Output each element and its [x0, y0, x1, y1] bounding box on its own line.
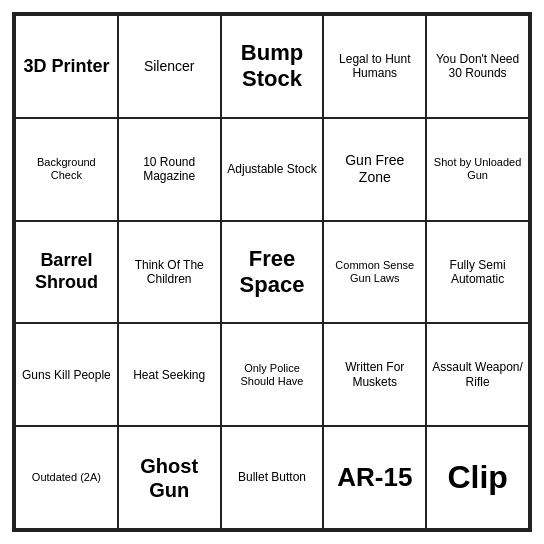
cell-text-c13: Gun Free Zone [328, 152, 421, 186]
bingo-card: 3D PrinterSilencerBump StockLegal to Hun… [12, 12, 532, 532]
bingo-cell-c14: Shot by Unloaded Gun [426, 118, 529, 221]
cell-text-c04: You Don't Need 30 Rounds [431, 52, 524, 81]
cell-text-c33: Written For Muskets [328, 360, 421, 389]
cell-text-c22: Free Space [226, 246, 319, 299]
cell-text-c12: Adjustable Stock [227, 162, 316, 176]
cell-text-c43: AR-15 [337, 462, 412, 493]
bingo-cell-c22: Free Space [221, 221, 324, 324]
bingo-cell-c04: You Don't Need 30 Rounds [426, 15, 529, 118]
bingo-cell-c10: Background Check [15, 118, 118, 221]
cell-text-c23: Common Sense Gun Laws [328, 259, 421, 285]
bingo-cell-c30: Guns Kill People [15, 323, 118, 426]
cell-text-c10: Background Check [20, 156, 113, 182]
bingo-cell-c33: Written For Muskets [323, 323, 426, 426]
cell-text-c34: Assault Weapon/ Rifle [431, 360, 524, 389]
cell-text-c14: Shot by Unloaded Gun [431, 156, 524, 182]
bingo-cell-c31: Heat Seeking [118, 323, 221, 426]
bingo-cell-c12: Adjustable Stock [221, 118, 324, 221]
bingo-cell-c23: Common Sense Gun Laws [323, 221, 426, 324]
cell-text-c11: 10 Round Magazine [123, 155, 216, 184]
cell-text-c03: Legal to Hunt Humans [328, 52, 421, 81]
bingo-cell-c01: Silencer [118, 15, 221, 118]
bingo-cell-c13: Gun Free Zone [323, 118, 426, 221]
bingo-cell-c02: Bump Stock [221, 15, 324, 118]
bingo-cell-c21: Think Of The Children [118, 221, 221, 324]
cell-text-c20: Barrel Shroud [20, 250, 113, 293]
bingo-cell-c24: Fully Semi Automatic [426, 221, 529, 324]
cell-text-c42: Bullet Button [238, 470, 306, 484]
cell-text-c02: Bump Stock [226, 40, 319, 93]
cell-text-c32: Only Police Should Have [226, 362, 319, 388]
bingo-cell-c03: Legal to Hunt Humans [323, 15, 426, 118]
cell-text-c00: 3D Printer [23, 56, 109, 78]
bingo-cell-c40: Outdated (2A) [15, 426, 118, 529]
cell-text-c01: Silencer [144, 58, 195, 75]
cell-text-c31: Heat Seeking [133, 368, 205, 382]
bingo-cell-c32: Only Police Should Have [221, 323, 324, 426]
bingo-cell-c44: Clip [426, 426, 529, 529]
cell-text-c30: Guns Kill People [22, 368, 111, 382]
cell-text-c21: Think Of The Children [123, 258, 216, 287]
cell-text-c24: Fully Semi Automatic [431, 258, 524, 287]
bingo-cell-c00: 3D Printer [15, 15, 118, 118]
bingo-cell-c20: Barrel Shroud [15, 221, 118, 324]
cell-text-c41: Ghost Gun [123, 454, 216, 502]
bingo-cell-c43: AR-15 [323, 426, 426, 529]
bingo-cell-c11: 10 Round Magazine [118, 118, 221, 221]
cell-text-c44: Clip [447, 458, 507, 496]
bingo-cell-c42: Bullet Button [221, 426, 324, 529]
bingo-cell-c41: Ghost Gun [118, 426, 221, 529]
bingo-cell-c34: Assault Weapon/ Rifle [426, 323, 529, 426]
cell-text-c40: Outdated (2A) [32, 471, 101, 484]
